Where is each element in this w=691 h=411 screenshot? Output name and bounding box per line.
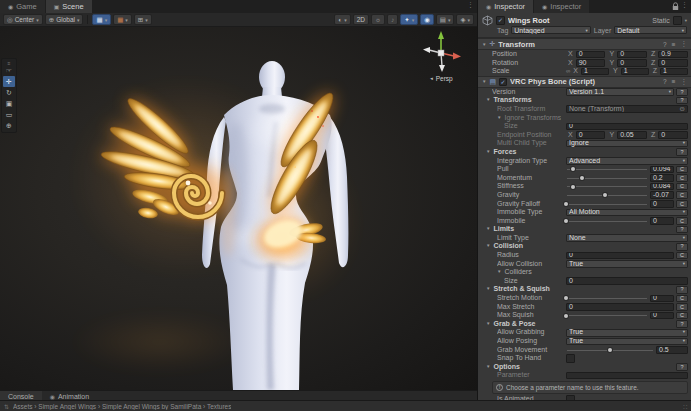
rect-tool-button[interactable]: ▭: [3, 109, 15, 120]
pull-value-field[interactable]: 0.094: [650, 166, 674, 174]
stiffness-slider[interactable]: [566, 183, 648, 191]
grid-snapping-button[interactable]: ▦ ▾: [92, 14, 111, 25]
foldout-icon[interactable]: ▼: [486, 242, 490, 251]
gravity-falloff-curve-button[interactable]: C: [676, 200, 688, 208]
max-squish-value-field[interactable]: 0: [650, 312, 674, 320]
gravity-value-field[interactable]: -0.07: [650, 191, 674, 199]
stretch-squish-help-button[interactable]: ?: [676, 286, 688, 294]
position-x-field[interactable]: 0: [576, 51, 606, 59]
endpoint-y-field[interactable]: 0.05: [617, 131, 647, 139]
gizmos-button[interactable]: ◈ ▾: [456, 14, 474, 25]
momentum-curve-button[interactable]: C: [676, 174, 688, 182]
component-enabled-checkbox[interactable]: ✓: [499, 78, 507, 86]
snap-to-hand-checkbox[interactable]: [566, 354, 575, 363]
snap-increment-button[interactable]: ▦ ▾: [113, 14, 132, 25]
pull-curve-button[interactable]: C: [676, 166, 688, 174]
persp-label[interactable]: Persp: [436, 75, 453, 82]
immobile-curve-button[interactable]: C: [676, 217, 688, 225]
max-squish-curve-button[interactable]: C: [676, 312, 688, 320]
scale-tool-button[interactable]: ▣: [3, 98, 15, 109]
immobile-type-dropdown[interactable]: All Motion▾: [566, 209, 688, 217]
view-tool-button[interactable]: ☞: [3, 65, 15, 76]
scene-orientation-gizmo[interactable]: ◄ Persp: [419, 29, 463, 85]
constrain-proportions-icon[interactable]: ∞: [566, 67, 570, 76]
foldout-icon[interactable]: ▼: [486, 96, 490, 105]
2d-toggle-button[interactable]: 2D: [353, 14, 369, 25]
immobile-value-field[interactable]: 0: [650, 217, 674, 225]
scene-viewport[interactable]: ≡ ☞ ✛ ↻ ▣ ▭ ⊕: [0, 27, 477, 390]
camera-settings-button[interactable]: ▤ ▾: [436, 14, 455, 25]
radius-field[interactable]: 0: [566, 252, 674, 260]
inspector-menu-icon[interactable]: ⋮: [681, 1, 688, 9]
gameobject-name[interactable]: Wings Root: [508, 16, 649, 25]
foldout-icon[interactable]: ▼: [486, 320, 490, 329]
static-flags-icon[interactable]: ▾: [685, 18, 687, 23]
gravity-falloff-slider[interactable]: [566, 200, 648, 208]
tag-dropdown[interactable]: Untagged ▾: [511, 26, 590, 34]
object-picker-icon[interactable]: ⊙: [680, 105, 685, 113]
foldout-icon[interactable]: ▼: [482, 79, 486, 84]
gravity-curve-button[interactable]: C: [676, 191, 688, 199]
transform-component-header[interactable]: ▼ ✛ Transform ? ≡ ⋮: [478, 38, 691, 50]
tool-settings-button[interactable]: ⊞ ▾: [134, 14, 152, 25]
foldout-icon[interactable]: ▼: [497, 114, 501, 123]
persp-toggle-icon[interactable]: ◄: [429, 76, 433, 81]
kebab-menu-icon[interactable]: ⋮: [681, 78, 688, 86]
stretch-motion-curve-button[interactable]: C: [676, 295, 688, 303]
rotation-z-field[interactable]: 0: [658, 59, 688, 67]
immobile-slider[interactable]: [566, 217, 648, 225]
parameter-field[interactable]: [566, 372, 688, 380]
effects-button[interactable]: ✦ ▾: [400, 14, 418, 25]
scene-lighting-button[interactable]: ☼: [371, 14, 385, 25]
tab-game[interactable]: ◉ Game: [0, 0, 45, 13]
position-z-field[interactable]: 0.9: [658, 51, 688, 59]
rotation-x-field[interactable]: 90: [576, 59, 606, 67]
stretch-motion-slider[interactable]: [566, 294, 648, 302]
shading-mode-button[interactable]: ◐ ▾: [334, 14, 350, 25]
rotation-y-field[interactable]: 0: [617, 59, 647, 67]
allow-grabbing-dropdown[interactable]: True▾: [566, 329, 688, 337]
foldout-icon[interactable]: ▼: [486, 363, 490, 372]
allow-collision-dropdown[interactable]: True▾: [566, 260, 688, 268]
rotate-tool-button[interactable]: ↻: [3, 87, 15, 98]
gravity-falloff-value-field[interactable]: 0: [650, 200, 674, 208]
colliders-size-field[interactable]: 0: [566, 277, 688, 285]
scale-x-field[interactable]: 1: [581, 68, 609, 76]
stretch-motion-value-field[interactable]: 0: [650, 295, 674, 303]
foldout-icon[interactable]: ▼: [486, 148, 490, 157]
presets-icon[interactable]: ≡: [672, 78, 676, 85]
help-icon[interactable]: ?: [663, 41, 667, 48]
foldout-icon[interactable]: ▼: [497, 268, 501, 277]
tab-inspector-2[interactable]: ◉ Inspector: [534, 0, 589, 13]
presets-icon[interactable]: ≡: [672, 41, 676, 48]
version-help-button[interactable]: ?: [676, 88, 688, 96]
multi-child-type-dropdown[interactable]: Ignore▾: [566, 140, 688, 148]
pivot-mode-button[interactable]: ◎ Center ▾: [3, 14, 43, 25]
limits-help-button[interactable]: ?: [676, 226, 688, 234]
grab-movement-value-field[interactable]: 0.5: [656, 346, 688, 354]
version-dropdown[interactable]: Version 1.1▾: [566, 88, 674, 96]
allow-posing-dropdown[interactable]: True▾: [566, 338, 688, 346]
grab-pose-help-button[interactable]: ?: [676, 320, 688, 328]
integration-type-dropdown[interactable]: Advanced▾: [566, 157, 688, 165]
resize-grip-icon[interactable]: ∷: [683, 403, 687, 410]
static-checkbox[interactable]: [673, 16, 682, 25]
endpoint-x-field[interactable]: 0: [576, 131, 606, 139]
transform-tool-button[interactable]: ⊕: [3, 120, 15, 131]
scene-audio-button[interactable]: ♪: [387, 14, 398, 25]
scale-z-field[interactable]: 1: [660, 68, 688, 76]
stiffness-value-field[interactable]: 0.084: [650, 183, 674, 191]
orientation-mode-button[interactable]: ⊕ Global ▾: [45, 14, 84, 25]
move-tool-button[interactable]: ✛: [3, 76, 15, 87]
scene-panel-menu-icon[interactable]: ⋮: [467, 1, 474, 9]
foldout-icon[interactable]: ▼: [486, 285, 490, 294]
root-transform-object-field[interactable]: None (Transform) ⊙: [566, 105, 688, 113]
momentum-slider[interactable]: [566, 174, 648, 182]
gameobject-active-checkbox[interactable]: ✓: [496, 16, 505, 25]
scene-visibility-button[interactable]: ◉: [420, 14, 434, 25]
tab-inspector-1[interactable]: ◉ Inspector: [478, 0, 533, 13]
ignore-size-field[interactable]: 0: [566, 123, 688, 131]
help-icon[interactable]: ?: [663, 78, 667, 85]
scale-y-field[interactable]: 1: [621, 68, 649, 76]
limit-type-dropdown[interactable]: None▾: [566, 234, 688, 242]
